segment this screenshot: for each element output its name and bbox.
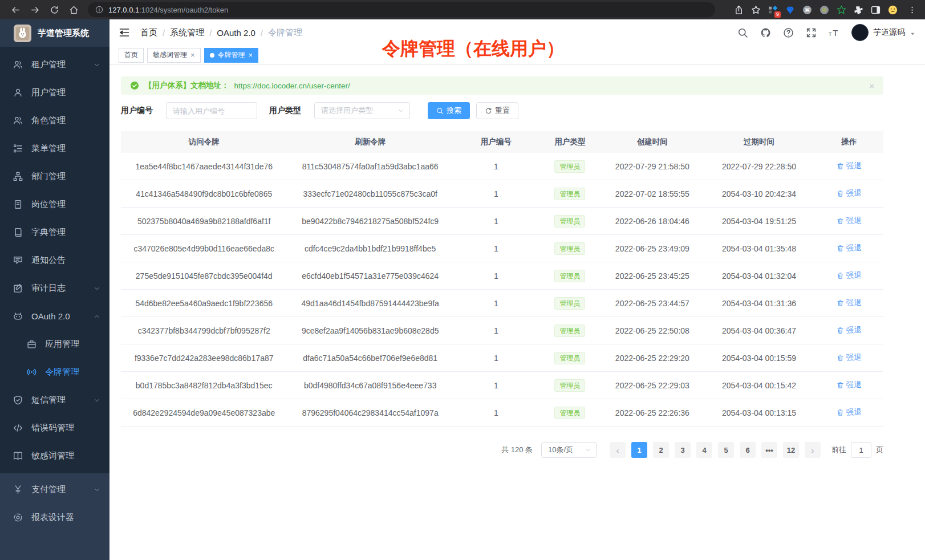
sidebar-item-menu[interactable]: 菜单管理 <box>0 135 109 163</box>
user-id-cell: 1 <box>453 244 539 253</box>
sidebar-item-pay[interactable]: 支付管理 <box>0 476 109 504</box>
app-logo[interactable]: 芋道管理系统 <box>0 19 109 47</box>
breadcrumb-item[interactable]: 首页 <box>140 27 157 38</box>
trash-icon <box>837 217 844 225</box>
tab-sensitive-word[interactable]: 敏感词管理× <box>147 48 201 63</box>
sidebar-item-report[interactable]: 报表设计器 <box>0 504 109 531</box>
page-buttons: ‹123456•••12› <box>607 442 823 458</box>
user-id-input[interactable] <box>166 102 257 119</box>
browser-back-button[interactable] <box>9 3 22 17</box>
sidebar-item-tenant[interactable]: 租户管理 <box>0 51 109 79</box>
extension-devtools[interactable]: 9 <box>765 2 780 17</box>
user-type-select[interactable]: 请选择用户类型 <box>314 102 410 119</box>
sidebar-item-label: 字典管理 <box>31 227 66 238</box>
sidebar-item-oauth2-app[interactable]: 应用管理 <box>0 330 109 358</box>
doc-link[interactable]: https://doc.iocoder.cn/user-center/ <box>234 82 350 90</box>
tab-oauth2-token[interactable]: 令牌管理× <box>204 48 259 63</box>
fullscreen-icon[interactable] <box>806 27 817 38</box>
extension-command[interactable]: ⌘ <box>800 2 814 17</box>
page-button-3[interactable]: 3 <box>675 442 691 458</box>
browser-menu-button[interactable] <box>904 2 919 17</box>
page-button-5[interactable]: 5 <box>718 442 734 458</box>
sidebar-item-audit[interactable]: 审计日志 <box>0 274 109 302</box>
alert-text: 【用户体系】文档地址： <box>144 80 229 91</box>
profile-button[interactable] <box>885 2 900 17</box>
page-button-4[interactable]: 4 <box>696 442 712 458</box>
column-header: 创建时间 <box>601 137 703 147</box>
page-button-2[interactable]: 2 <box>653 442 669 458</box>
browser-home-button[interactable] <box>67 3 80 17</box>
trash-icon <box>837 272 844 279</box>
user-name: 芋道源码 <box>873 27 905 38</box>
page-button-12[interactable]: 12 <box>783 442 799 458</box>
force-logout-button[interactable]: 强退 <box>837 380 862 390</box>
sidebar-item-dict[interactable]: 字典管理 <box>0 218 109 246</box>
prev-page-button[interactable]: ‹ <box>610 442 626 458</box>
jump-page-input[interactable] <box>851 442 871 458</box>
breadcrumb-item[interactable]: 系统管理 <box>170 27 204 38</box>
page-button-1[interactable]: 1 <box>631 442 647 458</box>
sidebar-item-post[interactable]: 岗位管理 <box>0 190 109 218</box>
sidebar-item-label: OAuth 2.0 <box>31 311 70 321</box>
tab-home[interactable]: 首页 <box>119 48 144 63</box>
user-type-badge: 管理员 <box>554 242 585 255</box>
breadcrumb: 首页/系统管理/OAuth 2.0/令牌管理 <box>140 27 302 38</box>
sidebar-item-role[interactable]: 角色管理 <box>0 107 109 135</box>
address-bar[interactable]: 127.0.0.1:1024/system/oauth2/token <box>88 2 715 17</box>
force-logout-button[interactable]: 强退 <box>837 407 862 417</box>
sidebar-item-errcode[interactable]: 错误码管理 <box>0 414 109 442</box>
bookmark-button[interactable] <box>748 2 763 17</box>
extension-star[interactable] <box>834 2 849 17</box>
force-logout-button[interactable]: 强退 <box>837 161 862 171</box>
page-button-6[interactable]: 6 <box>740 442 756 458</box>
created-time-cell: 2022-06-25 22:29:03 <box>601 381 703 390</box>
tab-label: 敏感词管理 <box>153 50 187 60</box>
tab-close-icon[interactable]: × <box>249 51 253 59</box>
force-logout-button[interactable]: 强退 <box>837 188 862 198</box>
force-logout-button[interactable]: 强退 <box>837 243 862 253</box>
extension-recorder[interactable] <box>817 2 831 17</box>
github-icon[interactable] <box>760 27 771 38</box>
help-icon[interactable] <box>783 27 794 38</box>
table-row: c342377bf8b344799dcbf7bf095287f29ce8ef2a… <box>121 317 883 344</box>
side-panel-button[interactable] <box>868 2 883 17</box>
font-size-icon[interactable]: тT <box>829 27 839 38</box>
more-pages-button[interactable]: ••• <box>761 442 777 458</box>
sidebar-item-sensitive-word[interactable]: 敏感词管理 <box>0 442 109 470</box>
next-page-button[interactable]: › <box>805 442 821 458</box>
alert-close-icon[interactable]: × <box>869 81 874 91</box>
force-logout-button[interactable]: 强退 <box>837 325 862 335</box>
user-menu[interactable]: 芋道源码 <box>851 24 916 41</box>
reset-button[interactable]: 重置 <box>476 102 518 119</box>
force-logout-button[interactable]: 强退 <box>837 216 862 226</box>
extensions-menu[interactable] <box>851 2 866 17</box>
tab-close-icon[interactable]: × <box>190 51 195 59</box>
extension-gem[interactable] <box>782 2 797 17</box>
sidebar-item-oauth2-token[interactable]: 令牌管理 <box>0 358 109 386</box>
page-size-select[interactable]: 10条/页 <box>541 442 597 458</box>
created-time-cell: 2022-06-25 23:45:25 <box>601 271 703 281</box>
action-cell: 强退 <box>815 270 883 281</box>
browser-reload-button[interactable] <box>47 3 61 17</box>
breadcrumb-item[interactable]: OAuth 2.0 <box>217 28 255 38</box>
force-logout-button[interactable]: 强退 <box>837 352 862 363</box>
active-tab-dot <box>210 53 214 58</box>
green-star-extension-icon <box>837 5 846 15</box>
sidebar-item-oauth2[interactable]: OAuth 2.0 <box>0 302 109 330</box>
search-icon[interactable] <box>737 27 748 38</box>
sidebar-collapse-button[interactable] <box>119 27 130 38</box>
force-logout-button[interactable]: 强退 <box>837 270 862 281</box>
force-logout-button[interactable]: 强退 <box>837 298 862 308</box>
site-info-icon[interactable] <box>95 6 103 14</box>
sidebar-item-notice[interactable]: 通知公告 <box>0 246 109 274</box>
sidebar-item-user[interactable]: 用户管理 <box>0 79 109 107</box>
sidebar-item-sms[interactable]: 短信管理 <box>0 386 109 414</box>
browser-forward-button[interactable] <box>28 3 42 17</box>
sidebar-item-dept[interactable]: 部门管理 <box>0 163 109 190</box>
share-button[interactable] <box>731 2 746 17</box>
search-button[interactable]: 搜索 <box>428 102 470 119</box>
user-type-cell: 管理员 <box>539 324 602 337</box>
puzzle-icon <box>854 5 863 15</box>
refresh-token-cell: cdfc4ce9c2da4bb1bdf21b9918ff4be5 <box>287 244 453 253</box>
refresh-token-cell: 333ecfc71e02480cb11055c875c3ca0f <box>287 189 453 198</box>
